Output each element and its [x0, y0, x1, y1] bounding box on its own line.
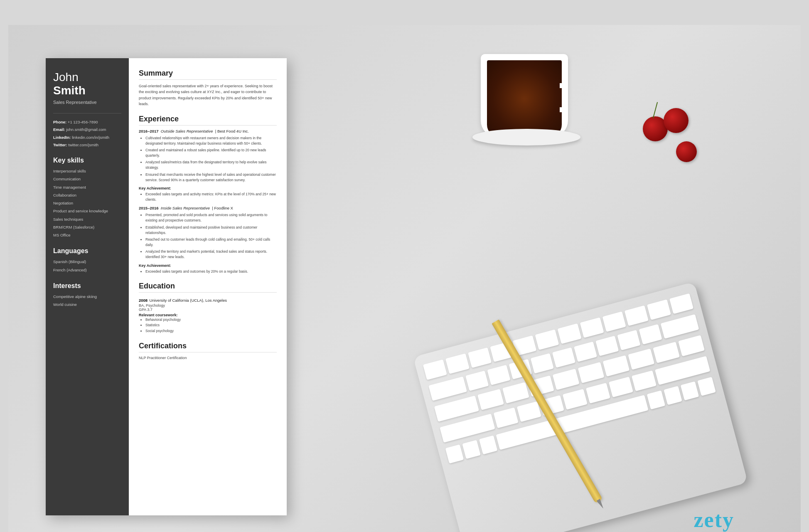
contact-email: Email: john.smith@gmail.com	[53, 127, 121, 132]
edu-coursework-list: Behavioral psychology Statistics Social …	[139, 317, 277, 334]
job-1-company: Best Food 4U Inc.	[217, 129, 249, 133]
list-item: Established, developed and maintained po…	[145, 225, 277, 236]
edu-degree: BA, Psychology	[139, 303, 277, 308]
job-2-company: Foodline X	[214, 206, 233, 210]
skills-title: Key skills	[53, 157, 121, 164]
email-value: john.smith@gmail.com	[66, 127, 106, 132]
twitter-value: twitter.com/jsmith	[68, 143, 98, 147]
skill-time-management: Time management	[53, 185, 121, 190]
job-2-years: 2015–2016	[139, 206, 159, 210]
list-item: Social psychology	[145, 328, 277, 334]
list-item: Behavioral psychology	[145, 317, 277, 323]
education-item-1: 2008 University of California (UCLA), Lo…	[139, 296, 277, 334]
brand-logo: zety	[694, 507, 734, 532]
coffee-cup-decoration	[468, 29, 585, 145]
skill-product-knowledge: Product and service knowledge	[53, 208, 121, 214]
summary-section: Summary Goal-oriented sales representati…	[139, 69, 277, 107]
job-1-achievement: Key Achievement: Exceeded sales targets …	[139, 186, 277, 202]
job-1-header: 2016–2017 Outside Sales Representative |…	[139, 129, 277, 133]
job-1-role: Outside Sales Representative	[161, 129, 213, 133]
languages-section: Languages Spanish (Bilingual) French (Ad…	[53, 247, 121, 273]
first-name: John	[53, 71, 121, 84]
education-title: Education	[139, 282, 277, 293]
job-1-years: 2016–2017	[139, 129, 159, 133]
languages-title: Languages	[53, 247, 121, 255]
skill-crm: BRM/CRM (Salesforce)	[53, 224, 121, 230]
interest-skiing: Competitive alpine skiing	[53, 294, 121, 300]
list-item: Statistics	[145, 323, 277, 328]
skill-negotiation: Negotiation	[53, 200, 121, 206]
certifications-section: Certifications NLP Practitioner Certific…	[139, 342, 277, 360]
list-item: Analyzed the territory and market's pote…	[145, 249, 277, 260]
phone-label: Phone:	[53, 120, 66, 124]
list-item: Cultivated relationships with restaurant…	[145, 135, 277, 146]
skills-section: Key skills Interpersonal skills Communic…	[53, 157, 121, 238]
interests-title: Interests	[53, 282, 121, 290]
experience-title: Experience	[139, 115, 277, 126]
linkedin-value: linkedin.com/in/jsmith	[72, 135, 109, 140]
list-item: Exceeded sales targets and outcomes by 2…	[145, 269, 277, 274]
contact-twitter: Twitter: twitter.com/jsmith	[53, 142, 121, 148]
skill-sales-techniques: Sales techniques	[53, 217, 121, 222]
contact-section: Phone: +1 123-456-7890 Email: john.smith…	[53, 113, 121, 148]
language-spanish: Spanish (Bilingual)	[53, 259, 121, 265]
list-item: Presented, promoted and sold products an…	[145, 212, 277, 223]
list-item: Exceeded sales targets and activity metr…	[145, 192, 277, 202]
job-2-achievement-bullets: Exceeded sales targets and outcomes by 2…	[139, 269, 277, 274]
job-1-achievement-label: Key Achievement:	[139, 186, 277, 190]
job-2-achievement-label: Key Achievement:	[139, 264, 277, 268]
interest-world-cuisine: World cuisine	[53, 302, 121, 308]
summary-text: Goal-oriented sales representative with …	[139, 83, 277, 107]
candidate-name: John Smith	[53, 71, 121, 97]
twitter-label: Twitter:	[53, 143, 67, 147]
experience-section: Experience 2016–2017 Outside Sales Repre…	[139, 115, 277, 274]
resume-document: John Smith Sales Representative Phone: +…	[46, 58, 287, 515]
phone-value: +1 123-456-7890	[68, 120, 98, 124]
edu-gpa: GPA 3.7	[139, 308, 277, 312]
last-name: Smith	[53, 84, 86, 97]
edu-school: University of California (UCLA), Los Ang…	[150, 298, 227, 303]
interests-section: Interests Competitive alpine skiing Worl…	[53, 282, 121, 308]
email-label: Email:	[53, 127, 65, 132]
skill-interpersonal: Interpersonal skills	[53, 168, 121, 174]
job-1-achievement-bullets: Exceeded sales targets and activity metr…	[139, 192, 277, 202]
job-2-bullets: Presented, promoted and sold products an…	[139, 212, 277, 260]
list-item: Created and maintained a robust sales pi…	[145, 148, 277, 158]
resume-sidebar: John Smith Sales Representative Phone: +…	[46, 58, 129, 515]
linkedin-label: LinkedIn:	[53, 135, 71, 140]
job-2-achievement: Key Achievement: Exceeded sales targets …	[139, 264, 277, 274]
list-item: Ensured that merchants receive the highe…	[145, 172, 277, 183]
job-1-bullets: Cultivated relationships with restaurant…	[139, 135, 277, 183]
list-item: Analyzed sales/metrics data from the des…	[145, 160, 277, 170]
skill-communication: Communication	[53, 176, 121, 182]
candidate-title: Sales Representative	[53, 100, 121, 105]
certification-item-1: NLP Practitioner Certification	[139, 356, 277, 360]
edu-school-line: 2008 University of California (UCLA), Lo…	[139, 296, 277, 303]
resume-main-content: Summary Goal-oriented sales representati…	[129, 58, 287, 515]
job-1: 2016–2017 Outside Sales Representative |…	[139, 129, 277, 203]
job-2-header: 2015–2016 Inside Sales Representative | …	[139, 206, 277, 210]
page-wrapper: zety John Smith Sales Representative Pho…	[8, 25, 801, 532]
list-item: Reached out to customer leads through co…	[145, 237, 277, 248]
contact-phone: Phone: +1 123-456-7890	[53, 119, 121, 125]
certifications-title: Certifications	[139, 342, 277, 352]
edu-coursework-label: Relevant coursework:	[139, 313, 277, 317]
job-2-role: Inside Sales Representative	[161, 206, 210, 210]
contact-linkedin: LinkedIn: linkedin.com/in/jsmith	[53, 135, 121, 140]
edu-year: 2008	[139, 298, 148, 303]
skill-collaboration: Collaboration	[53, 192, 121, 198]
job-2: 2015–2016 Inside Sales Representative | …	[139, 206, 277, 274]
language-french: French (Advanced)	[53, 267, 121, 273]
education-section: Education 2008 University of California …	[139, 282, 277, 334]
summary-title: Summary	[139, 69, 277, 80]
skill-ms-office: MS Office	[53, 232, 121, 238]
